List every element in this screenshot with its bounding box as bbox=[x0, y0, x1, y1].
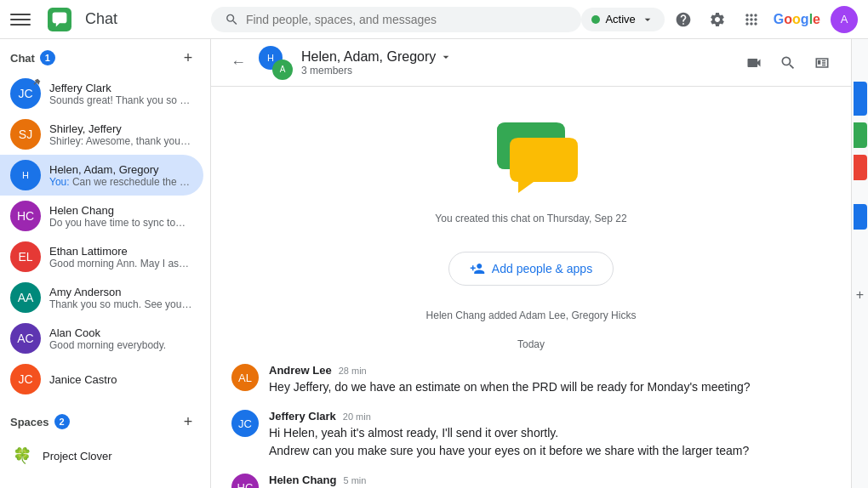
spaces-label: Spaces bbox=[10, 416, 49, 428]
space-icon: 🍀 bbox=[10, 444, 34, 468]
avatar: JC bbox=[10, 364, 41, 394]
video-call-button[interactable] bbox=[739, 48, 769, 78]
google-logo: Google bbox=[774, 12, 820, 27]
group-icon-wrapper bbox=[231, 114, 831, 199]
chat-info: Ethan Lattimore Good morning Ann. May I … bbox=[49, 245, 193, 270]
message-content: Helen Chang 5 min A big thank you to all… bbox=[269, 474, 831, 488]
group-chat-icon bbox=[480, 114, 582, 199]
spaces-section-header: Spaces 2 + bbox=[0, 403, 210, 437]
message-time: 20 min bbox=[343, 411, 371, 422]
settings-button[interactable] bbox=[702, 4, 733, 35]
chevron-down-icon bbox=[641, 13, 654, 26]
search-chat-button[interactable] bbox=[773, 48, 803, 78]
rp-accent-2 bbox=[854, 122, 867, 148]
members-count: 3 members bbox=[301, 65, 739, 77]
chat-info: Helen, Adam, Gregory You: Can we resched… bbox=[49, 163, 193, 188]
message-sender: Helen Chang bbox=[269, 474, 336, 486]
group-avatars: H A bbox=[259, 46, 293, 80]
avatar: HC bbox=[231, 474, 259, 488]
rp-accent bbox=[854, 82, 867, 116]
search-icon bbox=[779, 54, 797, 71]
message-text: Hey Jeffery, do we have an estimate on w… bbox=[269, 378, 831, 396]
avatar[interactable]: A bbox=[831, 6, 858, 33]
system-message: Helen Chang added Adam Lee, Gregory Hick… bbox=[231, 309, 831, 321]
chat-item[interactable]: EL Ethan Lattimore Good morning Ann. May… bbox=[0, 236, 203, 277]
back-button[interactable]: ← bbox=[225, 49, 252, 77]
chat-list: JC Jeffery Clark Sounds great! Thank you… bbox=[0, 73, 210, 488]
message-sender: Jeffery Clark bbox=[269, 410, 336, 423]
chat-created: You created this chat on Thursday, Sep 2… bbox=[231, 213, 831, 224]
header-actions bbox=[739, 48, 837, 78]
chat-content: You created this chat on Thursday, Sep 2… bbox=[211, 87, 851, 488]
message-group: AL Andrew Lee 28 min Hey Jeffery, do we … bbox=[231, 364, 831, 396]
add-person-icon bbox=[470, 261, 485, 276]
chat-item[interactable]: HC Helen Chang Do you have time to sync … bbox=[0, 196, 203, 236]
search-icon bbox=[225, 12, 239, 27]
avatar: H bbox=[10, 160, 41, 190]
active-label: Active bbox=[605, 13, 635, 26]
rp-accent-4 bbox=[854, 204, 867, 230]
chat-logo bbox=[48, 8, 71, 31]
message-time: 28 min bbox=[339, 366, 367, 376]
chat-header: ← H A Helen, Adam, Gregory 3 members bbox=[211, 39, 851, 87]
message-content: Andrew Lee 28 min Hey Jeffery, do we hav… bbox=[269, 364, 831, 396]
chat-main: ← H A Helen, Adam, Gregory 3 members bbox=[211, 39, 851, 488]
avatar: JC bbox=[231, 410, 259, 437]
help-icon bbox=[675, 11, 692, 28]
new-chat-button[interactable]: + bbox=[176, 46, 200, 70]
chat-item-active[interactable]: H Helen, Adam, Gregory You: Can we resch… bbox=[0, 155, 203, 196]
space-icon: 🏷 bbox=[10, 481, 34, 488]
message-text: Hi Helen, yeah it's almost ready, I'll s… bbox=[269, 424, 831, 460]
help-button[interactable] bbox=[668, 4, 699, 35]
side-panel-button[interactable] bbox=[807, 48, 837, 78]
message-content: Jeffery Clark 20 min Hi Helen, yeah it's… bbox=[269, 410, 831, 460]
avatar: JC bbox=[10, 78, 41, 109]
spaces-badge: 2 bbox=[54, 414, 70, 429]
chat-item[interactable]: JC Janice Castro bbox=[0, 359, 203, 400]
search-input[interactable] bbox=[246, 13, 568, 26]
rp-add-button[interactable]: + bbox=[856, 287, 864, 303]
message-group: JC Jeffery Clark 20 min Hi Helen, yeah i… bbox=[231, 410, 831, 460]
new-space-button[interactable]: + bbox=[176, 410, 200, 434]
group-avatar-2: A bbox=[272, 60, 293, 80]
chat-info: Helen Chang Do you have time to sync tom… bbox=[49, 204, 193, 229]
avatar: AL bbox=[231, 364, 259, 391]
right-panel: + bbox=[851, 39, 868, 488]
message-header: Andrew Lee 28 min bbox=[269, 364, 831, 377]
active-status[interactable]: Active bbox=[581, 8, 664, 31]
panel-icon bbox=[814, 54, 831, 71]
avatar: AA bbox=[10, 282, 41, 313]
chat-info: Amy Anderson Thank you so much. See you … bbox=[49, 286, 193, 310]
dropdown-icon bbox=[439, 50, 453, 64]
rp-accent-3 bbox=[854, 155, 867, 180]
chat-info: Alan Cook Good morning everybody. bbox=[49, 326, 193, 351]
chat-section-header: Chat 1 + bbox=[0, 39, 210, 73]
spaces-section: Spaces 2 + 🍀 Project Clover 🏷 Team leads… bbox=[0, 403, 210, 488]
hamburger-icon[interactable] bbox=[10, 9, 31, 30]
message-header: Helen Chang 5 min bbox=[269, 474, 831, 486]
chat-header-info: Helen, Adam, Gregory 3 members bbox=[301, 49, 739, 77]
apps-button[interactable] bbox=[736, 4, 767, 35]
grid-icon bbox=[743, 11, 760, 28]
chat-header-name[interactable]: Helen, Adam, Gregory bbox=[301, 49, 739, 65]
message-group: HC Helen Chang 5 min A big thank you to … bbox=[231, 474, 831, 488]
chat-info: Jeffery Clark Sounds great! Thank you so… bbox=[49, 82, 193, 106]
avatar: AC bbox=[10, 323, 41, 354]
space-item-team-leads[interactable]: 🏷 Team leads bbox=[0, 474, 203, 488]
chat-item[interactable]: SJ Shirley, Jeffery Shirley: Awesome, th… bbox=[0, 114, 203, 155]
avatar: EL bbox=[10, 241, 41, 272]
chat-item[interactable]: AC Alan Cook Good morning everybody. bbox=[0, 318, 203, 359]
chat-badge: 1 bbox=[40, 50, 55, 65]
message-sender: Andrew Lee bbox=[269, 364, 332, 377]
search-bar[interactable] bbox=[211, 7, 581, 32]
add-people-button[interactable]: Add people & apps bbox=[448, 252, 614, 286]
message-time: 5 min bbox=[343, 475, 366, 485]
chat-section-label: Chat bbox=[10, 52, 35, 65]
chat-info: Janice Castro bbox=[49, 373, 193, 386]
chat-sidebar: Chat 1 + JC Jeffery Clark Sounds great! … bbox=[0, 39, 211, 488]
today-divider: Today bbox=[231, 338, 831, 350]
space-item-project-clover[interactable]: 🍀 Project Clover bbox=[0, 437, 203, 474]
app-title: Chat bbox=[85, 10, 117, 28]
chat-item[interactable]: JC Jeffery Clark Sounds great! Thank you… bbox=[0, 73, 203, 114]
chat-item[interactable]: AA Amy Anderson Thank you so much. See y… bbox=[0, 277, 203, 318]
